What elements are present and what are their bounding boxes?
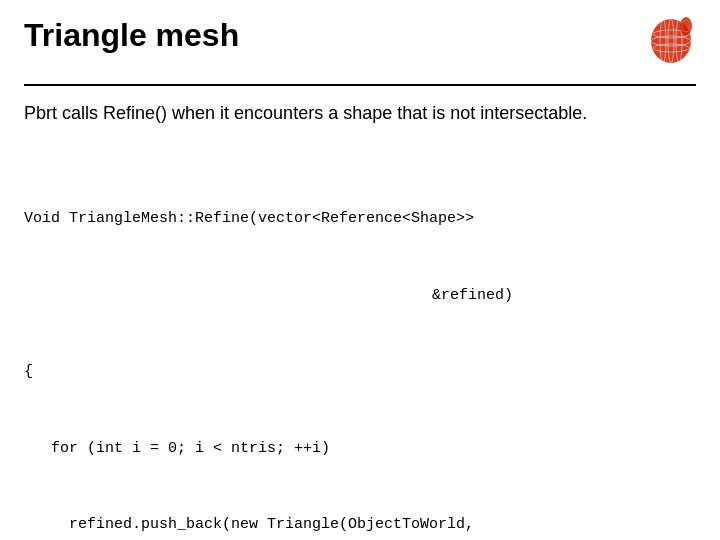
code-line-2: &refined): [24, 283, 696, 309]
code-block: Void TriangleMesh::Refine(vector<Referen…: [24, 155, 696, 540]
code-line-4: for (int i = 0; i < ntris; ++i): [24, 436, 696, 462]
code-line-3: {: [24, 359, 696, 385]
pbrt-logo-icon: [636, 16, 696, 76]
code-line-5: refined.push_back(new Triangle(ObjectToW…: [24, 512, 696, 538]
page-title: Triangle mesh: [24, 16, 239, 54]
description-text: Pbrt calls Refine() when it encounters a…: [24, 100, 696, 127]
header-area: Triangle mesh: [24, 16, 696, 86]
code-line-1: Void TriangleMesh::Refine(vector<Referen…: [24, 206, 696, 232]
page-container: Triangle mesh Pbrt calls Refine() when i…: [0, 0, 720, 540]
